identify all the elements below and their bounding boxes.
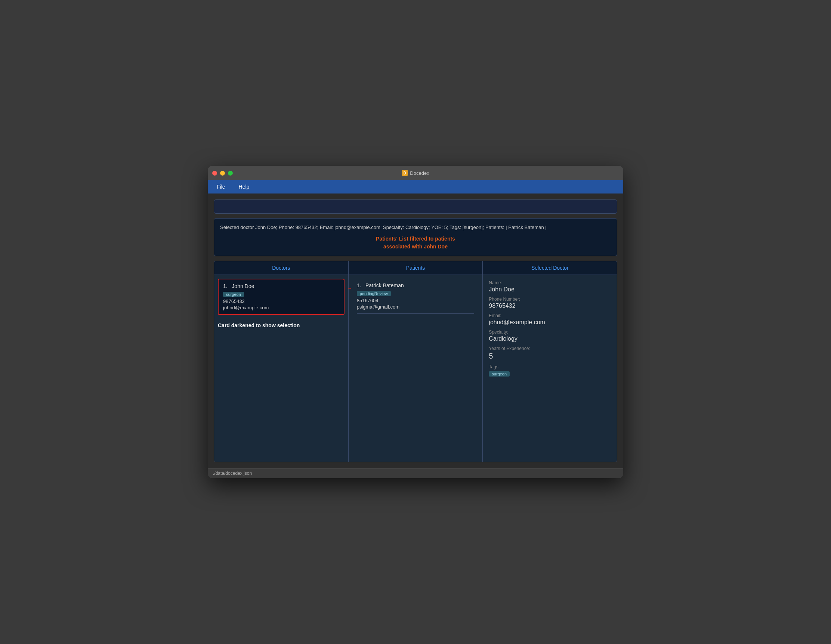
menu-help[interactable]: Help [236, 182, 253, 191]
traffic-lights [212, 171, 233, 176]
selected-doctor-info: Selected doctor John Doe; Phone: 9876543… [220, 224, 611, 231]
selected-doctor-header: Selected Doctor [483, 261, 617, 275]
filter-notice-line2: associated with John Doe [384, 243, 447, 250]
patients-column: Patients → 1. Patrick Bateman pendingRev… [349, 261, 483, 462]
patient-number-name: 1. Patrick Bateman [357, 282, 474, 288]
app-icon: D [402, 170, 408, 176]
tags-label: Tags: [489, 364, 611, 369]
doctor-email: johnd@example.com [223, 305, 339, 310]
patients-column-body: → 1. Patrick Bateman pendingReview 85167… [349, 275, 483, 462]
content-area: Selected doctor John Doe; Phone: 9876543… [208, 194, 623, 468]
doctors-column: Doctors 1. John Doe surgeon 98765432 joh… [214, 261, 349, 462]
info-panel: Selected doctor John Doe; Phone: 9876543… [214, 218, 617, 256]
doctor-name: John Doe [232, 283, 254, 289]
selected-doctor-panel: Name: John Doe Phone Number: 98765432 Em… [483, 275, 617, 383]
main-columns: Doctors 1. John Doe surgeon 98765432 joh… [214, 261, 617, 462]
selected-doctor-tag: surgeon [489, 371, 509, 377]
doctor-number-name: 1. John Doe [223, 283, 339, 289]
phone-value: 98765432 [489, 302, 611, 309]
patients-column-header: Patients [349, 261, 483, 275]
patient-arrow-icon: → [347, 285, 352, 291]
window-title: Docedex [410, 170, 429, 176]
phone-label: Phone Number: [489, 297, 611, 302]
status-bar: ./data/docedex.json [208, 468, 623, 478]
email-value: johnd@example.com [489, 319, 611, 326]
maximize-button[interactable] [228, 171, 233, 176]
patient-number: 1. [357, 282, 361, 288]
title-bar: D Docedex [208, 166, 623, 180]
name-value: John Doe [489, 286, 611, 293]
patient-email: psigma@gmail.com [357, 304, 474, 310]
yoe-label: Years of Experience: [489, 346, 611, 351]
doctors-column-header: Doctors [214, 261, 348, 275]
patient-tag: pendingReview [357, 291, 391, 296]
search-bar[interactable] [214, 199, 617, 214]
doctor-number: 1. [223, 283, 228, 289]
yoe-value: 5 [489, 352, 611, 361]
doctor-card-1[interactable]: 1. John Doe surgeon 98765432 johnd@examp… [218, 279, 344, 315]
window-title-area: D Docedex [402, 170, 429, 176]
specialty-label: Specialty: [489, 329, 611, 335]
menu-file[interactable]: File [214, 182, 228, 191]
doctor-tag: surgeon [223, 292, 244, 297]
specialty-value: Cardiology [489, 336, 611, 342]
filter-notice-line1: Patients' List filtered to patients [376, 236, 455, 242]
menu-bar: File Help [208, 180, 623, 194]
patient-divider [357, 313, 474, 314]
doctor-phone: 98765432 [223, 299, 339, 304]
selected-doctor-column: Selected Doctor Name: John Doe Phone Num… [483, 261, 617, 462]
patient-phone: 85167604 [357, 298, 474, 303]
email-label: Email: [489, 313, 611, 318]
patient-name: Patrick Bateman [365, 282, 404, 288]
doctors-column-body: 1. John Doe surgeon 98765432 johnd@examp… [214, 275, 348, 462]
minimize-button[interactable] [220, 171, 225, 176]
name-label: Name: [489, 280, 611, 285]
close-button[interactable] [212, 171, 217, 176]
selection-hint: Card darkened to show selection [218, 321, 344, 330]
status-text: ./data/docedex.json [213, 471, 252, 476]
main-window: D Docedex File Help Selected doctor John… [208, 166, 623, 478]
patient-card-1[interactable]: → 1. Patrick Bateman pendingReview 85167… [352, 279, 479, 318]
filter-notice: Patients' List filtered to patients asso… [220, 235, 611, 251]
